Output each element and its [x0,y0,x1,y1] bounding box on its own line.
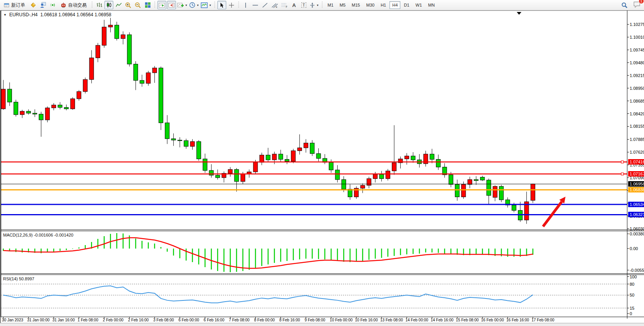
chart-shift-button[interactable] [167,1,176,9]
candle-body-down [127,35,132,64]
auto-scroll-button[interactable] [157,1,166,9]
price-tick-label: 1.09215 [630,73,644,78]
candle-body-down [26,111,31,113]
timeframe-button-m1[interactable]: M1 [325,1,336,9]
timeframe-button-d1[interactable]: D1 [401,1,412,9]
zoom-in-button[interactable] [124,1,133,9]
price-line-label: 1.06534 [628,202,644,207]
candle-body-down [159,68,163,123]
price-tick-label: 1.10275 [630,22,644,27]
chart-shift-marker[interactable] [517,12,521,15]
templates-button[interactable]: ▼ [200,1,212,9]
channel-button[interactable]: E [270,1,279,9]
timeframe-button-mn[interactable]: MN [425,1,437,9]
price-tick-label: 1.07620 [630,150,644,154]
candle-body-up [108,25,113,27]
toolbar-grip [91,2,93,9]
line-chart-button[interactable] [114,1,123,9]
candle-body-up [20,111,24,115]
candle-body-down [184,141,188,146]
search-button[interactable] [620,1,629,9]
collapse-triangle-icon: ▼ [3,13,7,17]
candle-body-down [480,177,485,180]
channel-icon: E [272,2,278,8]
profile-button[interactable] [38,1,47,9]
candle-body-down [310,143,314,153]
line-handle[interactable] [621,161,624,163]
timeframe-button-w1[interactable]: W1 [413,1,425,9]
autotrading-button[interactable]: 自动交易 [58,1,89,9]
new-chart-button[interactable]: ▼ [177,1,188,9]
new-order-ticket-icon [4,3,10,8]
fibonacci-button[interactable]: F [280,1,289,9]
time-axis-label: 31 Jan 00:00 [27,318,50,322]
chart-title: ▼ EURUSD-,H4 1.06618 1.06964 1.06564 1.0… [3,12,111,17]
chart-canvas[interactable] [1,10,644,323]
candle-body-up [386,171,390,178]
bar-chart-button[interactable] [95,1,104,9]
candle-body-down [436,160,441,167]
autotrading-label: 自动交易 [68,2,87,9]
timeframe-button-m15[interactable]: M15 [349,1,362,9]
toolbar: 新订单 自动交易 [0,0,644,10]
candle-body-up [405,156,409,159]
chevron-down-icon: ▼ [185,4,188,7]
candle-body-up [493,186,497,197]
periods-button[interactable]: ▼ [189,1,200,9]
timeframe-button-h1[interactable]: H1 [378,1,389,9]
text-label-button[interactable]: T [299,1,308,9]
price-tick-label: 1.08155 [630,124,644,129]
market-depth-button[interactable] [29,1,38,9]
bar-chart-icon [96,2,102,8]
signal-button[interactable] [48,1,57,9]
zoom-out-button[interactable] [133,1,142,9]
candlestick-chart-icon [106,2,112,8]
arrows-icon [309,2,315,8]
rsi-axis-label: 80 [630,282,634,287]
trendline-button[interactable] [261,1,270,9]
arrows-button[interactable]: ▼ [309,1,319,9]
fibonacci-icon: F [281,2,288,8]
candlestick-chart-button[interactable] [104,1,113,9]
candle-body-down [278,154,283,160]
timeframe-button-m30[interactable]: M30 [364,1,377,9]
candle-body-up [45,108,50,120]
new-order-button[interactable]: 新订单 [1,1,28,9]
timeframe-button-m5[interactable]: M5 [337,1,348,9]
text-button[interactable]: A [290,1,299,9]
candle-body-up [146,73,150,83]
annotation-arrow-shaft[interactable] [543,202,562,226]
candle-body-down [39,114,43,120]
rsi-axis-label: 0 [630,311,632,316]
chat-button[interactable]: 1 [633,1,641,9]
time-axis-label: 7 Feb 08:00 [229,318,249,322]
search-icon [621,2,628,9]
candle-body-down [316,154,321,158]
candle-body-down [234,170,239,182]
candle-body-up [297,148,302,151]
vertical-line-button[interactable] [241,1,250,9]
candle-body-up [241,174,245,182]
rsi-line [3,286,533,303]
svg-text:F: F [286,5,287,8]
auto-scroll-icon [159,2,165,8]
macd-axis-label: 0.00 [630,246,638,251]
timeframe-group: M1M5M15M30H1H4D1W1MN [325,1,438,9]
candle-body-up [468,180,472,184]
time-axis-label: 8 Feb 16:00 [279,318,300,322]
line-chart-icon [116,2,122,8]
tile-windows-button[interactable] [143,1,152,9]
line-handle[interactable] [621,173,624,175]
candle-body-up [291,151,296,161]
toolbar-grip [321,2,323,9]
crosshair-button[interactable] [227,1,236,9]
horizontal-line-button[interactable] [251,1,260,9]
time-axis-label: 14 Feb 00:00 [405,318,428,322]
robot-icon [60,2,67,8]
candle-body-down [209,170,214,175]
cursor-button[interactable] [217,1,226,9]
chevron-down-icon: ▼ [209,4,212,7]
timeframe-button-h4[interactable]: H4 [389,1,400,9]
candle-body-up [461,184,466,197]
crosshair-icon [229,2,234,8]
